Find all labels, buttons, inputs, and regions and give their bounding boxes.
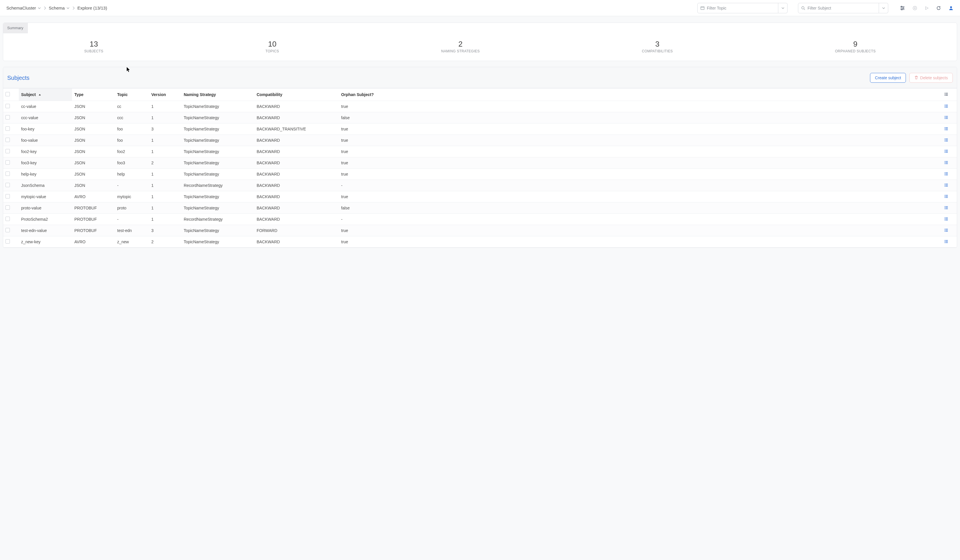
settings-sliders-icon[interactable] <box>900 5 905 11</box>
filter-subject-input[interactable] <box>808 6 876 10</box>
cell-compat: BACKWARD <box>254 180 339 191</box>
trash-icon <box>914 75 918 80</box>
svg-point-72 <box>944 196 945 197</box>
table-row[interactable]: mytopic-valueAVROmytopic1TopicNameStrate… <box>3 191 957 203</box>
svg-point-43 <box>944 141 945 141</box>
table-row[interactable]: foo2-keyJSONfoo21TopicNameStrategyBACKWA… <box>3 146 957 157</box>
table-row[interactable]: ProtoSchema2PROTOBUF-1RecordNameStrategy… <box>3 214 957 225</box>
svg-point-91 <box>944 231 945 232</box>
caret-down-icon <box>67 6 69 10</box>
column-header-naming[interactable]: Naming Strategy <box>181 88 254 101</box>
filter-subject-box[interactable] <box>798 3 879 13</box>
row-actions-icon[interactable] <box>944 127 948 131</box>
row-checkbox[interactable] <box>5 228 10 232</box>
cell-subject: ProtoSchema2 <box>19 214 72 225</box>
filter-topic-box[interactable] <box>697 3 778 13</box>
row-actions-icon[interactable] <box>944 217 948 221</box>
user-icon[interactable] <box>949 5 954 11</box>
row-checkbox[interactable] <box>5 126 10 131</box>
row-checkbox-cell <box>3 123 19 135</box>
filter-topic-dropdown-button[interactable] <box>778 3 787 13</box>
cell-compat: BACKWARD <box>254 101 339 112</box>
svg-point-59 <box>944 173 945 173</box>
column-header-type[interactable]: Type <box>72 88 115 101</box>
row-actions-icon[interactable] <box>944 194 948 198</box>
column-header-compat[interactable]: Compatibility <box>254 88 339 101</box>
svg-point-24 <box>944 106 945 106</box>
column-label: Naming Strategy <box>184 92 216 97</box>
cell-version: 3 <box>149 225 181 236</box>
table-row[interactable]: help-keyJSONhelp1TopicNameStrategyBACKWA… <box>3 169 957 180</box>
delete-subjects-button[interactable]: Delete subjects <box>909 73 953 83</box>
column-header-subject[interactable]: Subject <box>19 88 72 101</box>
row-checkbox[interactable] <box>5 160 10 165</box>
column-label: Compatibility <box>257 92 282 97</box>
row-checkbox[interactable] <box>5 194 10 198</box>
table-row[interactable]: JsonSchemaJSON-1RecordNameStrategyBACKWA… <box>3 180 957 191</box>
play-icon[interactable] <box>925 6 929 10</box>
cell-naming: TopicNameStrategy <box>181 146 254 157</box>
row-checkbox[interactable] <box>5 171 10 176</box>
table-row[interactable]: ccc-valueJSONccc1TopicNameStrategyBACKWA… <box>3 112 957 123</box>
table-row[interactable]: z_new-keyAVROz_new2TopicNameStrategyBACK… <box>3 236 957 248</box>
column-header-orphan[interactable]: Orphan Subject? <box>339 88 942 101</box>
row-checkbox[interactable] <box>5 115 10 120</box>
table-row[interactable]: test-edn-valuePROTOBUFtest-edn3TopicName… <box>3 225 957 236</box>
cell-subject: foo-value <box>19 135 72 146</box>
cell-orphan: - <box>339 180 942 191</box>
refresh-icon[interactable] <box>936 6 941 10</box>
table-row[interactable]: foo3-keyJSONfoo32TopicNameStrategyBACKWA… <box>3 157 957 169</box>
column-header-version[interactable]: Version <box>149 88 181 101</box>
row-actions-icon[interactable] <box>944 160 948 165</box>
row-actions-icon[interactable] <box>944 172 948 176</box>
table-row[interactable]: foo-valueJSONfoo1TopicNameStrategyBACKWA… <box>3 135 957 146</box>
cell-subject: foo3-key <box>19 157 72 169</box>
row-checkbox[interactable] <box>5 183 10 187</box>
cell-orphan: - <box>339 214 942 225</box>
row-checkbox[interactable] <box>5 205 10 210</box>
filter-subject-dropdown-button[interactable] <box>879 3 888 13</box>
svg-point-48 <box>944 151 945 152</box>
svg-point-19 <box>944 95 945 96</box>
column-header-topic[interactable]: Topic <box>115 88 149 101</box>
table-row[interactable]: cc-valueJSONcc1TopicNameStrategyBACKWARD… <box>3 101 957 112</box>
row-checkbox[interactable] <box>5 138 10 142</box>
table-row[interactable]: foo-keyJSONfoo3TopicNameStrategyBACKWARD… <box>3 123 957 135</box>
row-actions-icon[interactable] <box>944 115 948 120</box>
cancel-circle-icon[interactable] <box>912 6 917 10</box>
row-checkbox[interactable] <box>5 149 10 153</box>
row-actions-icon[interactable] <box>944 149 948 153</box>
stat-label: SUBJECTS <box>84 49 103 53</box>
list-icon <box>944 92 948 96</box>
breadcrumb-explore[interactable]: Explore (13/13) <box>78 5 107 10</box>
row-actions-icon[interactable] <box>944 138 948 142</box>
table-row[interactable]: proto-valuePROTOBUFproto1TopicNameStrate… <box>3 203 957 214</box>
row-checkbox[interactable] <box>5 217 10 221</box>
row-checkbox[interactable] <box>5 104 10 108</box>
row-actions-icon[interactable] <box>944 240 948 243</box>
svg-point-17 <box>944 93 945 93</box>
stat-compatibilities: 3 COMPATIBILITIES <box>642 40 673 53</box>
svg-point-61 <box>944 175 945 175</box>
stat-subjects: 13 SUBJECTS <box>84 40 103 53</box>
row-actions-icon[interactable] <box>944 183 948 187</box>
breadcrumb-schema[interactable]: Schema <box>49 5 69 10</box>
column-header-menu[interactable] <box>942 88 957 101</box>
cell-naming: TopicNameStrategy <box>181 112 254 123</box>
row-actions-icon[interactable] <box>944 206 948 210</box>
filter-topic-input[interactable] <box>707 6 775 10</box>
cell-naming: RecordNameStrategy <box>181 180 254 191</box>
stat-value: 2 <box>441 40 480 49</box>
svg-point-37 <box>944 130 945 130</box>
select-all-checkbox[interactable] <box>5 92 10 96</box>
row-actions-icon[interactable] <box>944 228 948 232</box>
row-checkbox-cell <box>3 112 19 123</box>
cell-version: 1 <box>149 180 181 191</box>
cell-compat: BACKWARD <box>254 214 339 225</box>
row-checkbox[interactable] <box>5 239 10 243</box>
svg-point-89 <box>944 229 945 229</box>
row-actions-icon[interactable] <box>944 104 948 108</box>
summary-tab[interactable]: Summary <box>3 23 28 33</box>
create-subject-button[interactable]: Create subject <box>870 73 906 83</box>
breadcrumb-cluster[interactable]: SchemaCluster <box>6 5 41 10</box>
